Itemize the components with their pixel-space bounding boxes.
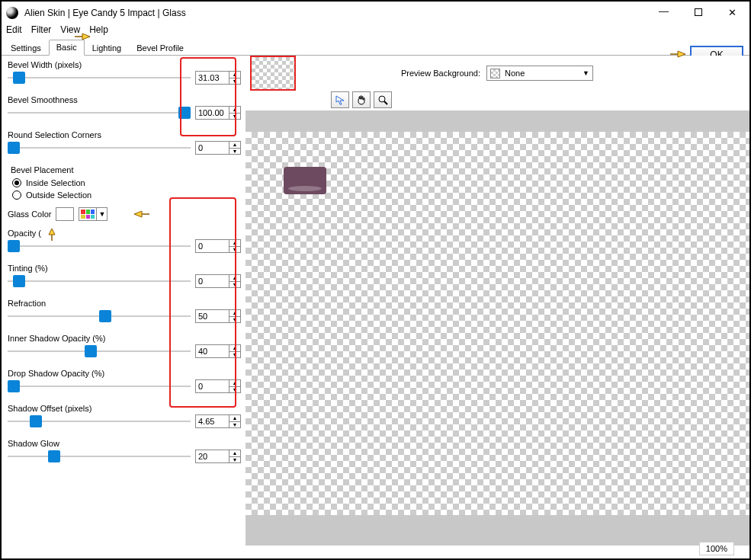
tab-basic[interactable]: Basic [49, 40, 85, 56]
spin-up[interactable]: ▲ [229, 380, 240, 387]
preview-panel: Preview Background: None ▼ [246, 56, 749, 546]
color-swatch[interactable] [56, 207, 74, 221]
label: Shadow Glow [8, 439, 241, 448]
tab-lighting[interactable]: Lighting [85, 40, 130, 56]
input-opacity[interactable] [195, 239, 229, 253]
param-inner-shadow-opacity: Inner Shadow Opacity (%) ▲▼ [8, 334, 241, 358]
label: Shadow Offset (pixels) [8, 404, 241, 413]
pointer-tool-button[interactable] [331, 91, 349, 108]
tab-strip: Settings Basic Lighting Bevel Profile [2, 39, 749, 56]
preview-padding-top [246, 110, 749, 132]
param-opacity: Opacity ( ▲▼ [8, 229, 241, 253]
preview-rendered-shape [284, 167, 326, 194]
slider-shadow-glow[interactable] [8, 451, 191, 462]
spin-up[interactable]: ▲ [229, 72, 240, 78]
slider-drop-shadow[interactable] [8, 381, 191, 392]
hand-tool-button[interactable] [352, 91, 371, 108]
param-shadow-offset: Shadow Offset (pixels) ▲▼ [8, 404, 241, 428]
slider-inner-shadow[interactable] [8, 346, 191, 357]
slider-bevel-width[interactable] [8, 72, 191, 83]
spin-down[interactable]: ▼ [229, 114, 240, 120]
spin-up[interactable]: ▲ [229, 450, 240, 457]
preview-background-select[interactable]: None ▼ [486, 66, 593, 81]
spin-down[interactable]: ▼ [229, 247, 240, 253]
label: Drop Shadow Opacity (%) [8, 369, 241, 378]
spin-down[interactable]: ▼ [229, 282, 240, 288]
param-bevel-width: Bevel Width (pixels) ▲▼ [8, 60, 241, 85]
slider-opacity[interactable] [8, 241, 191, 251]
label: Opacity ( [8, 229, 241, 238]
glass-color-row: Glass Color ▼ [8, 207, 241, 221]
input-tinting[interactable] [195, 274, 229, 288]
param-refraction: Refraction ▲▼ [8, 299, 241, 323]
menu-bar: Edit Filter View Help [2, 24, 749, 37]
param-tinting: Tinting (%) ▲▼ [8, 264, 241, 288]
spin-up[interactable]: ▲ [229, 275, 240, 282]
radio-icon [12, 178, 21, 187]
input-inner-shadow[interactable] [195, 344, 229, 358]
preview-toolbar: Preview Background: None ▼ [246, 56, 749, 91]
spin-up[interactable]: ▲ [229, 240, 240, 247]
spin-down[interactable]: ▼ [229, 422, 240, 428]
input-bevel-width[interactable] [195, 71, 229, 85]
tab-settings[interactable]: Settings [3, 40, 49, 56]
zoom-indicator: 100% [699, 542, 734, 555]
tab-bevel-profile[interactable]: Bevel Profile [129, 40, 191, 56]
menu-filter[interactable]: Filter [31, 24, 52, 35]
slider-tinting[interactable] [8, 276, 191, 286]
palette-button[interactable] [79, 207, 97, 221]
slider-round-corners[interactable] [8, 142, 191, 153]
pointer-hand-icon [133, 206, 151, 222]
radio-label: Outside Selection [26, 190, 91, 200]
spin-down[interactable]: ▼ [229, 317, 240, 323]
menu-edit[interactable]: Edit [6, 24, 22, 35]
spin-down[interactable]: ▼ [229, 387, 240, 393]
param-bevel-smoothness: Bevel Smoothness ▲▼ [8, 95, 241, 120]
slider-refraction[interactable] [8, 311, 191, 322]
menu-help[interactable]: Help [89, 24, 108, 35]
close-button[interactable] [715, 2, 749, 23]
input-round-corners[interactable] [195, 141, 229, 155]
menu-view[interactable]: View [60, 24, 80, 35]
bevel-placement-group: Bevel Placement Inside Selection Outside… [11, 165, 241, 201]
window-title: Alien Skin | Eye Candy 5 Impact | Glass [24, 8, 647, 18]
svg-point-0 [379, 96, 385, 102]
input-shadow-glow[interactable] [195, 450, 229, 463]
zoom-tool-button[interactable] [374, 91, 392, 108]
palette-dropdown-arrow[interactable]: ▼ [97, 207, 108, 221]
spin-down[interactable]: ▼ [229, 78, 240, 85]
radio-outside-selection[interactable]: Outside Selection [11, 189, 241, 201]
label: Bevel Width (pixels) [8, 60, 241, 69]
input-drop-shadow[interactable] [195, 379, 229, 393]
glass-color-label: Glass Color [8, 210, 51, 219]
label: Refraction [8, 299, 241, 308]
preview-padding-bottom [246, 515, 749, 546]
settings-panel: Bevel Width (pixels) ▲▼ Bevel Smoothness… [2, 56, 246, 546]
spin-up[interactable]: ▲ [229, 415, 240, 422]
spin-up[interactable]: ▲ [229, 142, 240, 149]
preview-canvas[interactable] [246, 132, 749, 515]
spin-up[interactable]: ▲ [229, 345, 240, 352]
spin-down[interactable]: ▼ [229, 457, 240, 463]
minimize-button[interactable] [647, 2, 681, 23]
input-bevel-smoothness[interactable] [195, 106, 229, 120]
select-value: None [505, 69, 525, 78]
spin-up[interactable]: ▲ [229, 107, 240, 114]
svg-line-1 [384, 101, 387, 104]
spin-down[interactable]: ▼ [229, 149, 240, 155]
spin-down[interactable]: ▼ [229, 352, 240, 358]
spin-up[interactable]: ▲ [229, 310, 240, 317]
input-shadow-offset[interactable] [195, 414, 229, 428]
maximize-button[interactable] [681, 2, 715, 23]
checker-icon [490, 69, 500, 78]
param-round-corners: Round Selection Corners ▲▼ [8, 130, 241, 155]
slider-bevel-smoothness[interactable] [8, 107, 191, 118]
radio-inside-selection[interactable]: Inside Selection [11, 177, 241, 189]
group-heading: Bevel Placement [11, 165, 241, 174]
preview-background-label: Preview Background: [401, 69, 480, 78]
label: Round Selection Corners [8, 130, 241, 139]
input-refraction[interactable] [195, 309, 229, 323]
slider-shadow-offset[interactable] [8, 416, 191, 427]
radio-label: Inside Selection [26, 178, 85, 187]
navigator-thumbnail[interactable] [250, 56, 296, 91]
